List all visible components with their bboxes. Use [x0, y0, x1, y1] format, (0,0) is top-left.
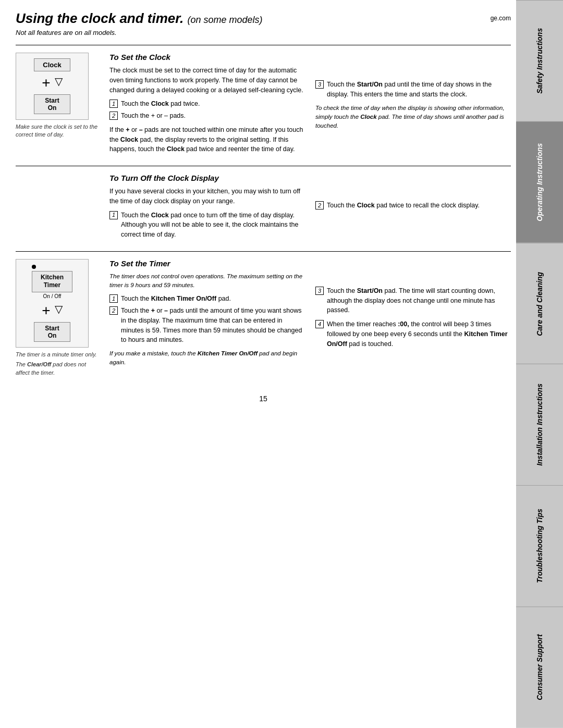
clock-caption: Make sure the clock is set to the correc…	[16, 123, 99, 139]
clock-steps-right: 3 Touch the Start/On pad until the time …	[315, 80, 511, 100]
timer-step-1: 1 Touch the Kitchen Timer On/Off pad.	[109, 294, 305, 304]
clock-col-left: To Set the Clock The clock must be set t…	[109, 53, 305, 158]
kitchen-timer-button: KitchenTimer	[32, 271, 72, 292]
clock-start-row: StartOn	[34, 94, 70, 114]
turnoff-col-left: To Turn Off the Clock Display If you hav…	[109, 174, 305, 244]
timer-control-pad: KitchenTimer On / Off + ▽ StartOn	[16, 259, 89, 348]
clock-control-pad: Clock + ▽ StartOn	[16, 53, 89, 120]
tab-operating[interactable]: Operating Instructions	[516, 121, 563, 243]
turnoff-step-2: 2 Touch the Clock pad twice to recall th…	[315, 201, 511, 211]
turnoff-steps-left: 1 Touch the Clock pad once to turn off t…	[109, 211, 305, 240]
timer-steps-left: 1 Touch the Kitchen Timer On/Off pad. 2 …	[109, 294, 305, 345]
page-number: 15	[16, 394, 511, 403]
turnoff-section-left	[16, 174, 99, 244]
turnoff-section: To Turn Off the Clock Display If you hav…	[16, 166, 511, 251]
turnoff-section-right: To Turn Off the Clock Display If you hav…	[109, 174, 511, 244]
tab-troubleshooting[interactable]: Troubleshooting Tips	[516, 485, 563, 607]
main-content: Using the clock and timer. (on some mode…	[16, 0, 511, 403]
turnoff-body: If you have several clocks in your kitch…	[109, 187, 305, 206]
clock-note-right: To check the time of day when the displa…	[315, 104, 511, 131]
tab-installation[interactable]: Installation Instructions	[516, 364, 563, 485]
all-models-note: Not all features are on all models.	[16, 29, 511, 36]
timer-col-right: 3 Touch the Start/On pad. The time will …	[315, 259, 511, 377]
timer-italic-intro: The timer does not control oven operatio…	[109, 272, 305, 290]
timer-dot	[32, 265, 36, 269]
clock-section-right: To Set the Clock The clock must be set t…	[109, 53, 511, 158]
timer-steps-right: 3 Touch the Start/On pad. The time will …	[315, 286, 511, 349]
turnoff-step-1: 1 Touch the Clock pad once to turn off t…	[109, 211, 305, 240]
timer-sublabel: On / Off	[43, 293, 62, 299]
timer-step-4: 4 When the timer reaches :00, the contro…	[315, 319, 511, 349]
turnoff-col-right: 2 Touch the Clock pad twice to recall th…	[315, 174, 511, 244]
tab-safety[interactable]: Safety Instructions	[516, 0, 563, 121]
clock-step-2: 2 Touch the + or – pads.	[109, 111, 305, 121]
clock-step-3: 3 Touch the Start/On pad until the time …	[315, 80, 511, 100]
side-tabs: Safety Instructions Operating Instructio…	[516, 0, 563, 728]
timer-heading: To Set the Timer	[109, 259, 305, 268]
clock-body2: If the + or – pads are not touched withi…	[109, 125, 305, 154]
page-title: Using the clock and timer. (on some mode…	[16, 10, 263, 27]
timer-section-right: To Set the Timer The timer does not cont…	[109, 259, 511, 377]
timer-col-left: To Set the Timer The timer does not cont…	[109, 259, 305, 377]
clock-body: The clock must be set to the correct tim…	[109, 66, 305, 95]
timer-step-2: 2 Touch the + or – pads until the amount…	[109, 306, 305, 345]
tab-care[interactable]: Care and Cleaning	[516, 243, 563, 364]
clock-button: Clock	[34, 58, 70, 71]
clock-steps-left: 1 Touch the Clock pad twice. 2 Touch the…	[109, 99, 305, 121]
clock-col-right: 3 Touch the Start/On pad until the time …	[315, 53, 511, 158]
clock-arrows: + ▽	[42, 75, 62, 91]
timer-caption2: The Clear/Off pad does not affect the ti…	[16, 361, 99, 377]
start-on-button: StartOn	[34, 94, 70, 114]
clock-step-1: 1 Touch the Clock pad twice.	[109, 99, 305, 109]
timer-minus-arrow: ▽	[55, 303, 63, 315]
clock-section: Clock + ▽ StartOn Make sure the clock is…	[16, 45, 511, 166]
page-header: Using the clock and timer. (on some mode…	[16, 10, 511, 27]
timer-section-left: KitchenTimer On / Off + ▽ StartOn The ti…	[16, 259, 99, 377]
turnoff-heading: To Turn Off the Clock Display	[109, 174, 305, 182]
clock-section-left: Clock + ▽ StartOn Make sure the clock is…	[16, 53, 99, 158]
ge-com-label: ge.com	[491, 15, 511, 22]
timer-start-on-button: StartOn	[34, 322, 70, 342]
timer-step-3: 3 Touch the Start/On pad. The time will …	[315, 286, 511, 315]
timer-start-row: StartOn	[34, 322, 70, 342]
timer-caption1: The timer is a minute timer only.	[16, 351, 99, 359]
clock-heading: To Set the Clock	[109, 53, 305, 61]
tab-consumer[interactable]: Consumer Support	[516, 607, 563, 728]
plus-arrow: +	[42, 75, 50, 91]
timer-italic-bottom: If you make a mistake, touch the Kitchen…	[109, 349, 305, 367]
turnoff-steps-right: 2 Touch the Clock pad twice to recall th…	[315, 201, 511, 211]
timer-section: KitchenTimer On / Off + ▽ StartOn The ti…	[16, 251, 511, 384]
timer-plus-arrow: +	[42, 302, 50, 319]
timer-arrows: + ▽	[42, 302, 62, 319]
minus-arrow: ▽	[55, 75, 63, 88]
